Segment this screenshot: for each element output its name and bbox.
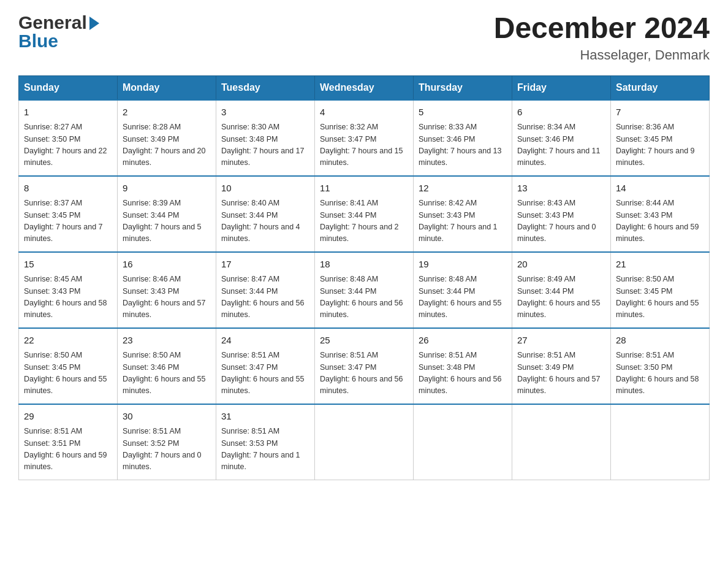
day-info: Sunrise: 8:49 AMSunset: 3:44 PMDaylight:…: [517, 274, 605, 321]
week-row-4: 22Sunrise: 8:50 AMSunset: 3:45 PMDayligh…: [19, 328, 710, 404]
calendar-cell: 6Sunrise: 8:34 AMSunset: 3:46 PMDaylight…: [512, 100, 611, 176]
week-row-2: 8Sunrise: 8:37 AMSunset: 3:45 PMDaylight…: [19, 176, 710, 252]
day-info: Sunrise: 8:28 AMSunset: 3:49 PMDaylight:…: [123, 121, 211, 169]
day-number: 29: [24, 410, 112, 424]
day-info: Sunrise: 8:51 AMSunset: 3:50 PMDaylight:…: [616, 350, 704, 397]
day-info: Sunrise: 8:51 AMSunset: 3:49 PMDaylight:…: [517, 350, 605, 397]
weekday-header-tuesday: Tuesday: [216, 75, 315, 100]
day-info: Sunrise: 8:33 AMSunset: 3:46 PMDaylight:…: [419, 121, 507, 169]
logo-blue-text: Blue: [18, 31, 58, 51]
weekday-header-thursday: Thursday: [414, 75, 512, 100]
day-number: 1: [24, 105, 112, 120]
weekday-header-wednesday: Wednesday: [315, 75, 414, 100]
day-info: Sunrise: 8:36 AMSunset: 3:45 PMDaylight:…: [616, 121, 704, 169]
calendar-cell: 12Sunrise: 8:42 AMSunset: 3:43 PMDayligh…: [414, 176, 512, 252]
day-info: Sunrise: 8:51 AMSunset: 3:47 PMDaylight:…: [320, 350, 408, 397]
day-number: 25: [320, 334, 408, 348]
page-header: General Blue December 2024 Hasselager, D…: [18, 12, 710, 63]
day-info: Sunrise: 8:46 AMSunset: 3:43 PMDaylight:…: [123, 274, 211, 321]
day-info: Sunrise: 8:51 AMSunset: 3:47 PMDaylight:…: [221, 350, 309, 397]
calendar-cell: 5Sunrise: 8:33 AMSunset: 3:46 PMDaylight…: [414, 100, 512, 176]
calendar-cell: 15Sunrise: 8:45 AMSunset: 3:43 PMDayligh…: [19, 252, 118, 328]
calendar-cell: [315, 404, 414, 480]
day-info: Sunrise: 8:32 AMSunset: 3:47 PMDaylight:…: [320, 121, 408, 169]
day-number: 2: [123, 105, 211, 120]
day-info: Sunrise: 8:41 AMSunset: 3:44 PMDaylight:…: [320, 197, 408, 245]
day-info: Sunrise: 8:50 AMSunset: 3:45 PMDaylight:…: [616, 274, 704, 321]
calendar-cell: 3Sunrise: 8:30 AMSunset: 3:48 PMDaylight…: [216, 100, 315, 176]
day-number: 12: [419, 182, 507, 196]
day-number: 17: [221, 258, 309, 272]
day-info: Sunrise: 8:51 AMSunset: 3:53 PMDaylight:…: [221, 426, 309, 473]
day-number: 3: [221, 105, 309, 120]
day-info: Sunrise: 8:51 AMSunset: 3:51 PMDaylight:…: [24, 426, 112, 473]
day-info: Sunrise: 8:44 AMSunset: 3:43 PMDaylight:…: [616, 197, 704, 245]
calendar-cell: [512, 404, 611, 480]
calendar-cell: 9Sunrise: 8:39 AMSunset: 3:44 PMDaylight…: [118, 176, 216, 252]
day-number: 21: [616, 258, 704, 272]
calendar-cell: 22Sunrise: 8:50 AMSunset: 3:45 PMDayligh…: [19, 328, 118, 404]
calendar-cell: 19Sunrise: 8:48 AMSunset: 3:44 PMDayligh…: [414, 252, 512, 328]
logo-arrow-icon: [89, 17, 99, 30]
week-row-5: 29Sunrise: 8:51 AMSunset: 3:51 PMDayligh…: [19, 404, 710, 480]
calendar-cell: 20Sunrise: 8:49 AMSunset: 3:44 PMDayligh…: [512, 252, 611, 328]
day-info: Sunrise: 8:51 AMSunset: 3:52 PMDaylight:…: [123, 426, 211, 473]
week-row-3: 15Sunrise: 8:45 AMSunset: 3:43 PMDayligh…: [19, 252, 710, 328]
calendar-cell: 2Sunrise: 8:28 AMSunset: 3:49 PMDaylight…: [118, 100, 216, 176]
weekday-header-friday: Friday: [512, 75, 611, 100]
day-number: 30: [123, 410, 211, 424]
day-number: 11: [320, 182, 408, 196]
day-info: Sunrise: 8:34 AMSunset: 3:46 PMDaylight:…: [517, 121, 605, 169]
day-number: 5: [419, 105, 507, 120]
calendar-cell: [414, 404, 512, 480]
day-info: Sunrise: 8:42 AMSunset: 3:43 PMDaylight:…: [419, 197, 507, 245]
day-number: 8: [24, 182, 112, 196]
calendar-cell: 14Sunrise: 8:44 AMSunset: 3:43 PMDayligh…: [611, 176, 710, 252]
day-number: 14: [616, 182, 704, 196]
calendar-cell: 17Sunrise: 8:47 AMSunset: 3:44 PMDayligh…: [216, 252, 315, 328]
logo-general-text: General: [18, 12, 87, 33]
logo: General Blue: [18, 12, 99, 52]
day-number: 24: [221, 334, 309, 348]
calendar-cell: 28Sunrise: 8:51 AMSunset: 3:50 PMDayligh…: [611, 328, 710, 404]
day-number: 26: [419, 334, 507, 348]
calendar-cell: 31Sunrise: 8:51 AMSunset: 3:53 PMDayligh…: [216, 404, 315, 480]
day-info: Sunrise: 8:48 AMSunset: 3:44 PMDaylight:…: [419, 274, 507, 321]
day-number: 15: [24, 258, 112, 272]
day-number: 16: [123, 258, 211, 272]
day-info: Sunrise: 8:39 AMSunset: 3:44 PMDaylight:…: [123, 197, 211, 245]
calendar-cell: 26Sunrise: 8:51 AMSunset: 3:48 PMDayligh…: [414, 328, 512, 404]
weekday-header-saturday: Saturday: [611, 75, 710, 100]
day-info: Sunrise: 8:37 AMSunset: 3:45 PMDaylight:…: [24, 197, 112, 245]
day-number: 7: [616, 105, 704, 120]
location-text: Hasselager, Denmark: [494, 47, 710, 63]
day-number: 10: [221, 182, 309, 196]
calendar-cell: 10Sunrise: 8:40 AMSunset: 3:44 PMDayligh…: [216, 176, 315, 252]
day-number: 18: [320, 258, 408, 272]
calendar-cell: 4Sunrise: 8:32 AMSunset: 3:47 PMDaylight…: [315, 100, 414, 176]
day-info: Sunrise: 8:51 AMSunset: 3:48 PMDaylight:…: [419, 350, 507, 397]
day-info: Sunrise: 8:30 AMSunset: 3:48 PMDaylight:…: [221, 121, 309, 169]
day-info: Sunrise: 8:27 AMSunset: 3:50 PMDaylight:…: [24, 121, 112, 169]
day-number: 27: [517, 334, 605, 348]
day-info: Sunrise: 8:43 AMSunset: 3:43 PMDaylight:…: [517, 197, 605, 245]
calendar-cell: 16Sunrise: 8:46 AMSunset: 3:43 PMDayligh…: [118, 252, 216, 328]
calendar-cell: 21Sunrise: 8:50 AMSunset: 3:45 PMDayligh…: [611, 252, 710, 328]
day-info: Sunrise: 8:50 AMSunset: 3:46 PMDaylight:…: [123, 350, 211, 397]
day-number: 28: [616, 334, 704, 348]
day-info: Sunrise: 8:45 AMSunset: 3:43 PMDaylight:…: [24, 274, 112, 321]
month-title: December 2024: [494, 12, 710, 45]
calendar-cell: 24Sunrise: 8:51 AMSunset: 3:47 PMDayligh…: [216, 328, 315, 404]
calendar-cell: 11Sunrise: 8:41 AMSunset: 3:44 PMDayligh…: [315, 176, 414, 252]
calendar-cell: 27Sunrise: 8:51 AMSunset: 3:49 PMDayligh…: [512, 328, 611, 404]
week-row-1: 1Sunrise: 8:27 AMSunset: 3:50 PMDaylight…: [19, 100, 710, 176]
calendar-cell: 30Sunrise: 8:51 AMSunset: 3:52 PMDayligh…: [118, 404, 216, 480]
day-number: 9: [123, 182, 211, 196]
day-info: Sunrise: 8:50 AMSunset: 3:45 PMDaylight:…: [24, 350, 112, 397]
day-number: 4: [320, 105, 408, 120]
day-info: Sunrise: 8:48 AMSunset: 3:44 PMDaylight:…: [320, 274, 408, 321]
day-info: Sunrise: 8:47 AMSunset: 3:44 PMDaylight:…: [221, 274, 309, 321]
calendar-cell: [611, 404, 710, 480]
calendar-cell: 7Sunrise: 8:36 AMSunset: 3:45 PMDaylight…: [611, 100, 710, 176]
calendar-cell: 25Sunrise: 8:51 AMSunset: 3:47 PMDayligh…: [315, 328, 414, 404]
